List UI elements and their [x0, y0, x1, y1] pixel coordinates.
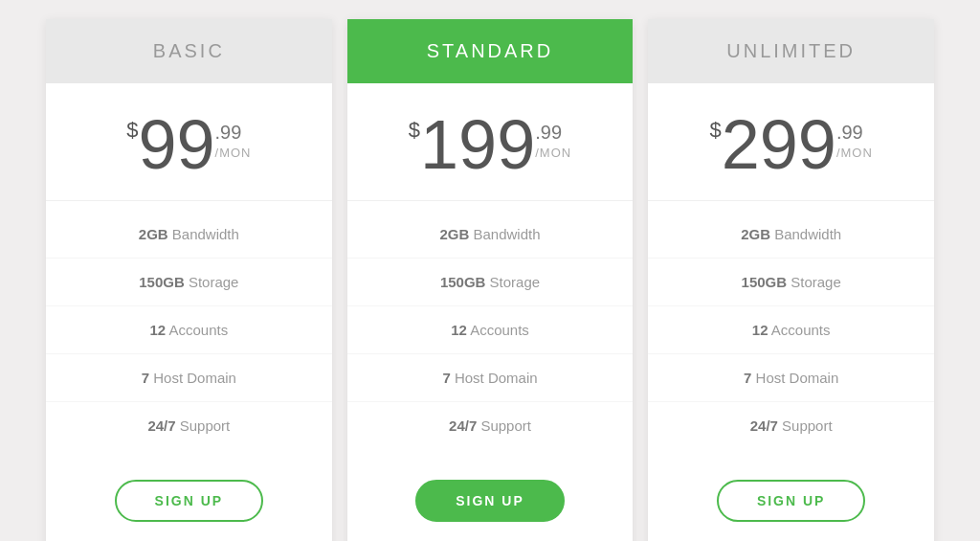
feature-bold-standard-2: 12 [451, 322, 467, 338]
price-period-basic: /MON [215, 146, 252, 160]
plan-name-basic: BASIC [153, 40, 225, 61]
pricing-container: BASIC$99.99/MON2GB Bandwidth150GB Storag… [0, 0, 980, 541]
feature-text-unlimited-0: Bandwidth [770, 226, 841, 242]
feature-bold-standard-4: 24/7 [449, 417, 477, 434]
plan-header-standard: STANDARD [347, 19, 634, 83]
feature-bold-standard-0: 2GB [439, 226, 469, 242]
feature-item-unlimited-2: 12 Accounts [648, 306, 934, 354]
signup-section-basic: SIGN UP [115, 459, 264, 541]
feature-text-unlimited-4: Support [778, 417, 833, 434]
feature-item-standard-0: 2GB Bandwidth [347, 211, 634, 259]
feature-text-basic-4: Support [176, 417, 231, 434]
feature-text-basic-1: Storage [185, 274, 239, 290]
feature-bold-standard-3: 7 [442, 370, 450, 386]
feature-item-basic-1: 150GB Storage [46, 259, 332, 306]
feature-bold-basic-4: 24/7 [147, 417, 175, 434]
decimal-period-standard: .99/MON [535, 122, 571, 160]
currency-symbol-unlimited: $ [710, 118, 722, 143]
feature-text-basic-2: Accounts [166, 322, 228, 338]
feature-text-basic-0: Bandwidth [168, 226, 239, 242]
signup-button-unlimited[interactable]: SIGN UP [717, 480, 866, 522]
feature-item-standard-3: 7 Host Domain [347, 354, 634, 402]
features-list-unlimited: 2GB Bandwidth150GB Storage12 Accounts7 H… [648, 201, 934, 459]
signup-section-unlimited: SIGN UP [717, 459, 866, 541]
feature-item-basic-4: 24/7 Support [46, 402, 332, 449]
decimal-period-basic: .99/MON [215, 122, 252, 160]
feature-text-basic-3: Host Domain [149, 370, 236, 386]
feature-text-standard-0: Bandwidth [469, 226, 540, 242]
price-period-unlimited: /MON [836, 146, 873, 160]
plan-header-unlimited: UNLIMITED [648, 19, 934, 83]
feature-text-standard-4: Support [477, 417, 531, 434]
plan-name-standard: STANDARD [427, 40, 554, 61]
feature-text-standard-3: Host Domain [451, 370, 538, 386]
feature-bold-unlimited-1: 150GB [742, 274, 788, 290]
feature-item-unlimited-0: 2GB Bandwidth [648, 211, 934, 259]
price-display-unlimited: $299.99/MON [710, 110, 873, 179]
plan-price-unlimited: $299.99/MON [648, 83, 934, 201]
feature-item-unlimited-3: 7 Host Domain [648, 354, 934, 402]
price-display-basic: $99.99/MON [126, 110, 251, 179]
feature-item-basic-0: 2GB Bandwidth [46, 211, 332, 259]
feature-text-standard-2: Accounts [467, 322, 529, 338]
plan-price-standard: $199.99/MON [347, 83, 634, 201]
feature-bold-basic-0: 2GB [139, 226, 168, 242]
signup-section-standard: SIGN UP [415, 459, 565, 541]
features-list-standard: 2GB Bandwidth150GB Storage12 Accounts7 H… [347, 201, 634, 459]
feature-text-unlimited-1: Storage [787, 274, 841, 290]
price-decimal-standard: .99 [535, 122, 562, 144]
feature-item-basic-3: 7 Host Domain [46, 354, 332, 402]
plan-price-basic: $99.99/MON [46, 83, 332, 201]
feature-item-standard-4: 24/7 Support [347, 402, 634, 449]
currency-symbol-standard: $ [409, 118, 420, 143]
features-list-basic: 2GB Bandwidth150GB Storage12 Accounts7 H… [46, 201, 332, 459]
feature-text-unlimited-2: Accounts [768, 322, 831, 338]
price-display-standard: $199.99/MON [409, 110, 571, 179]
plan-card-unlimited: UNLIMITED$299.99/MON2GB Bandwidth150GB S… [648, 19, 934, 541]
feature-item-basic-2: 12 Accounts [46, 306, 332, 354]
price-decimal-unlimited: .99 [836, 122, 863, 144]
price-period-standard: /MON [535, 146, 571, 160]
plan-card-standard: STANDARD$199.99/MON2GB Bandwidth150GB St… [347, 19, 634, 541]
price-decimal-basic: .99 [215, 122, 242, 144]
price-amount-basic: 99 [138, 110, 214, 179]
decimal-period-unlimited: .99/MON [836, 122, 873, 160]
signup-button-standard[interactable]: SIGN UP [415, 480, 565, 522]
currency-symbol-basic: $ [126, 118, 138, 143]
feature-bold-standard-1: 150GB [440, 274, 486, 290]
signup-button-basic[interactable]: SIGN UP [115, 480, 264, 522]
feature-bold-basic-1: 150GB [139, 274, 185, 290]
feature-bold-basic-3: 7 [142, 370, 149, 386]
feature-item-unlimited-4: 24/7 Support [648, 402, 934, 449]
price-amount-unlimited: 299 [722, 110, 836, 179]
plan-card-basic: BASIC$99.99/MON2GB Bandwidth150GB Storag… [46, 19, 332, 541]
feature-text-standard-1: Storage [485, 274, 540, 290]
feature-bold-unlimited-2: 12 [752, 322, 768, 338]
feature-text-unlimited-3: Host Domain [751, 370, 838, 386]
feature-bold-unlimited-4: 24/7 [750, 417, 778, 434]
feature-item-standard-1: 150GB Storage [347, 259, 634, 306]
plan-header-basic: BASIC [46, 19, 332, 83]
feature-item-unlimited-1: 150GB Storage [648, 259, 934, 306]
plan-name-unlimited: UNLIMITED [726, 40, 856, 61]
feature-bold-unlimited-0: 2GB [741, 226, 770, 242]
feature-bold-basic-2: 12 [149, 322, 166, 338]
feature-item-standard-2: 12 Accounts [347, 306, 634, 354]
price-amount-standard: 199 [420, 110, 535, 179]
